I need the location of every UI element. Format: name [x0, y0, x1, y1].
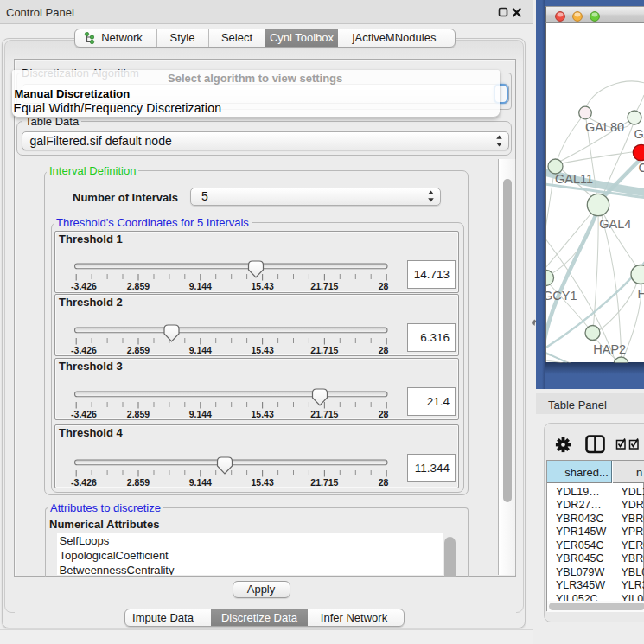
svg-text:15.43: 15.43: [251, 345, 273, 355]
svg-text:21.715: 21.715: [310, 281, 338, 291]
svg-text:2.859: 2.859: [127, 281, 150, 291]
svg-text:28: 28: [379, 409, 389, 419]
svg-text:21.715: 21.715: [310, 477, 338, 488]
svg-text:2.859: 2.859: [127, 477, 150, 488]
svg-text:21.715: 21.715: [310, 345, 338, 355]
svg-text:-3.426: -3.426: [71, 281, 97, 291]
svg-text:-3.426: -3.426: [71, 345, 97, 355]
svg-text:GA: GA: [634, 126, 644, 140]
svg-text:GAL11: GAL11: [555, 172, 593, 186]
svg-text:9.144: 9.144: [189, 345, 212, 355]
svg-text:GAL80: GAL80: [585, 120, 624, 134]
svg-text:28: 28: [379, 345, 389, 355]
svg-text:9.144: 9.144: [189, 477, 212, 488]
svg-text:HIS: HIS: [637, 286, 644, 300]
svg-text:GCY1: GCY1: [546, 289, 577, 303]
svg-text:GAL4: GAL4: [599, 217, 631, 231]
svg-text:15.43: 15.43: [251, 281, 273, 291]
svg-text:21.715: 21.715: [310, 409, 338, 419]
svg-text:9.144: 9.144: [189, 281, 212, 291]
svg-text:HAP2: HAP2: [593, 341, 626, 355]
svg-text:CY: CY: [639, 160, 644, 174]
svg-text:28: 28: [379, 281, 389, 291]
svg-text:-3.426: -3.426: [71, 477, 97, 488]
svg-text:28: 28: [379, 477, 389, 488]
svg-text:9.144: 9.144: [189, 409, 212, 419]
svg-text:15.43: 15.43: [251, 477, 273, 488]
svg-text:2.859: 2.859: [127, 409, 150, 419]
svg-text:15.43: 15.43: [251, 409, 273, 419]
svg-text:2.859: 2.859: [127, 345, 150, 355]
svg-text:-3.426: -3.426: [71, 409, 97, 419]
